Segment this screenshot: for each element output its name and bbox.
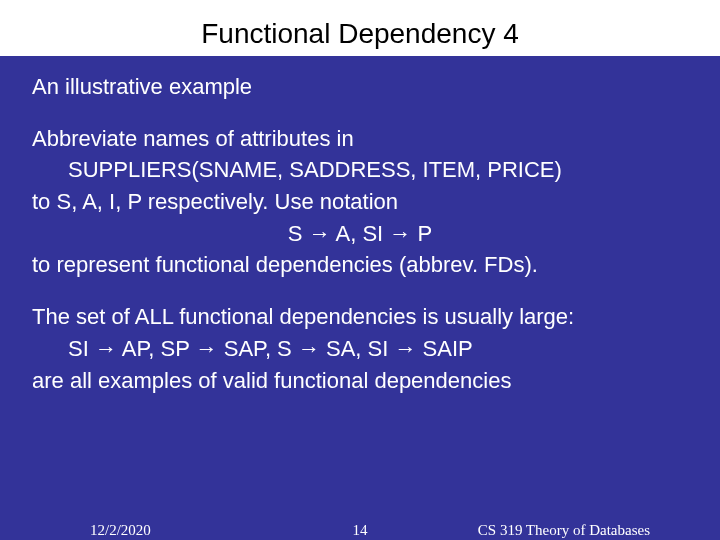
spacer	[32, 104, 688, 124]
spacer	[32, 282, 688, 302]
slide: Functional Dependency 4 An illustrative …	[0, 0, 720, 540]
slide-body: An illustrative example Abbreviate names…	[0, 56, 720, 395]
slide-title: Functional Dependency 4	[0, 0, 720, 56]
text-line: SUPPLIERS(SNAME, SADDRESS, ITEM, PRICE)	[32, 155, 688, 185]
text-line: Abbreviate names of attributes in	[32, 124, 688, 154]
text-line: An illustrative example	[32, 72, 688, 102]
text-line: to S, A, I, P respectively. Use notation	[32, 187, 688, 217]
text-line: to represent functional dependencies (ab…	[32, 250, 688, 280]
text-line: S → A, SI → P	[32, 219, 688, 249]
footer-course: CS 319 Theory of Databases	[478, 522, 650, 539]
text-line: The set of ALL functional dependencies i…	[32, 302, 688, 332]
text-line: are all examples of valid functional dep…	[32, 366, 688, 396]
text-line: SI → AP, SP → SAP, S → SA, SI → SAIP	[32, 334, 688, 364]
